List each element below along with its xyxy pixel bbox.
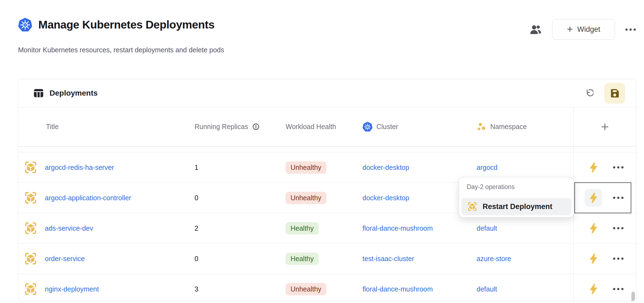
row-menu-button[interactable] <box>611 286 625 292</box>
workload-health-badge: Unhealthy <box>286 192 326 204</box>
row-menu-button[interactable] <box>611 195 625 201</box>
namespace-link[interactable]: azure-store <box>477 255 511 262</box>
add-widget-label: Widget <box>577 25 600 34</box>
row-menu-button[interactable] <box>611 256 625 261</box>
table-icon <box>33 88 44 99</box>
kubernetes-icon <box>362 122 373 132</box>
cluster-link[interactable]: test-isaac-cluster <box>362 255 414 262</box>
column-header-title[interactable]: Title <box>18 123 195 131</box>
deployment-title-link[interactable]: ads-service-dev <box>45 224 93 232</box>
undo-button[interactable] <box>584 88 593 98</box>
deployment-icon <box>24 191 37 204</box>
cluster-link[interactable]: docker-desktop <box>362 194 409 202</box>
run-action-button[interactable] <box>585 219 602 237</box>
table-row: nginx-deployment 3 Unhealthy floral-danc… <box>18 274 636 301</box>
running-replicas-value: 0 <box>195 194 286 202</box>
restart-deployment-menu-item[interactable]: Restart Deployment <box>461 198 572 215</box>
table-row: order-service 0 Healthy test-isaac-clust… <box>18 244 636 274</box>
collaborators-button[interactable] <box>530 24 542 35</box>
page-title: Manage Kubernetes Deployments <box>38 18 214 31</box>
running-replicas-value: 3 <box>195 285 286 293</box>
lightning-icon <box>589 193 598 203</box>
page-menu-button[interactable] <box>625 28 636 31</box>
lightning-icon <box>589 162 598 173</box>
restart-deployment-label: Restart Deployment <box>483 202 552 211</box>
workload-health-badge: Healthy <box>286 222 319 235</box>
add-column-button[interactable] <box>573 123 636 131</box>
row-actions-cell <box>573 213 636 243</box>
deployment-title-link[interactable]: argocd-redis-ha-server <box>45 164 114 171</box>
ellipsis-icon <box>625 28 636 31</box>
run-action-button[interactable] <box>585 189 602 207</box>
cluster-link[interactable]: floral-dance-mushroom <box>362 224 433 232</box>
lightning-icon <box>589 253 598 264</box>
running-replicas-value: 1 <box>195 164 286 171</box>
add-widget-button[interactable]: + Widget <box>552 19 615 40</box>
page-header-actions: + Widget <box>530 19 636 40</box>
deployment-title-link[interactable]: nginx-deployment <box>45 285 99 293</box>
namespace-link[interactable]: argocd <box>477 164 497 171</box>
row-actions-cell-focused <box>573 183 636 213</box>
run-action-button[interactable] <box>585 250 602 267</box>
widget-title: Deployments <box>50 89 98 98</box>
plus-icon <box>601 123 609 131</box>
run-action-button[interactable] <box>585 280 602 298</box>
column-header-running-replicas[interactable]: Running Replicas <box>195 123 286 131</box>
deployment-icon <box>24 161 37 174</box>
deployment-title-link[interactable]: order-service <box>45 255 85 263</box>
workload-health-badge: Healthy <box>286 253 319 265</box>
undo-icon <box>584 88 593 98</box>
cluster-link[interactable]: floral-dance-mushroom <box>362 285 433 293</box>
deployment-icon <box>24 282 37 296</box>
widget-header: Deployments <box>18 79 636 107</box>
people-icon <box>530 24 542 35</box>
info-icon[interactable] <box>253 123 259 130</box>
namespace-link[interactable]: default <box>477 224 497 232</box>
save-button[interactable] <box>604 83 625 104</box>
day2-operations-popup: Day-2 operations Restart Deployment <box>459 177 574 218</box>
row-actions-cell <box>573 244 636 274</box>
running-replicas-value: 2 <box>195 224 286 232</box>
running-replicas-value: 0 <box>195 255 286 263</box>
vertical-scrollbar-thumb[interactable] <box>631 292 635 301</box>
page-subtitle: Monitor Kubernetes resources, restart de… <box>18 46 224 54</box>
column-header-namespace[interactable]: Namespace <box>477 122 573 132</box>
plus-icon: + <box>567 24 573 34</box>
column-header-cluster[interactable]: Cluster <box>362 122 477 132</box>
table-row: ads-service-dev 2 Healthy floral-dance-m… <box>18 213 636 244</box>
row-menu-button[interactable] <box>611 165 625 170</box>
column-header-workload-health[interactable]: Workload Health <box>286 123 362 131</box>
kubernetes-logo-icon <box>18 18 32 32</box>
page-header: Manage Kubernetes Deployments <box>18 18 214 32</box>
lightning-icon <box>589 284 598 294</box>
popup-title: Day-2 operations <box>467 183 515 191</box>
deployment-title-link[interactable]: argocd-application-controller <box>45 194 131 202</box>
row-actions-cell <box>573 152 636 182</box>
deployment-icon <box>467 202 477 211</box>
partially-scrolled-row <box>18 147 636 152</box>
row-menu-button[interactable] <box>611 225 625 231</box>
row-actions-cell <box>573 274 636 301</box>
workload-health-badge: Unhealthy <box>286 283 326 295</box>
deployment-icon <box>24 222 37 235</box>
workload-health-badge: Unhealthy <box>286 161 326 174</box>
cluster-link[interactable]: docker-desktop <box>362 164 409 171</box>
save-icon <box>610 88 620 98</box>
namespace-dots-icon <box>477 122 486 132</box>
namespace-link[interactable]: default <box>477 285 497 293</box>
table-header-row: Title Running Replicas Workload Health C… <box>18 107 636 147</box>
run-action-button[interactable] <box>585 159 602 176</box>
lightning-icon <box>589 223 598 233</box>
deployment-icon <box>24 252 37 265</box>
